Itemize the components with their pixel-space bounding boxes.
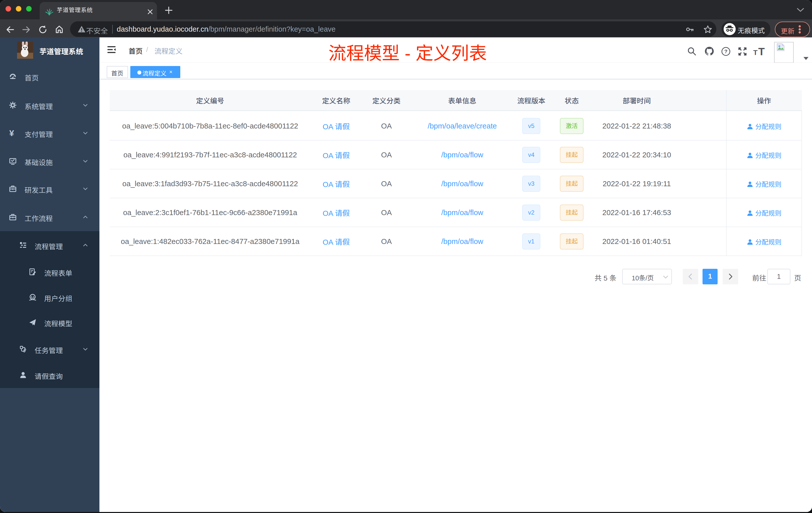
svg-text:?: ? <box>724 49 728 54</box>
